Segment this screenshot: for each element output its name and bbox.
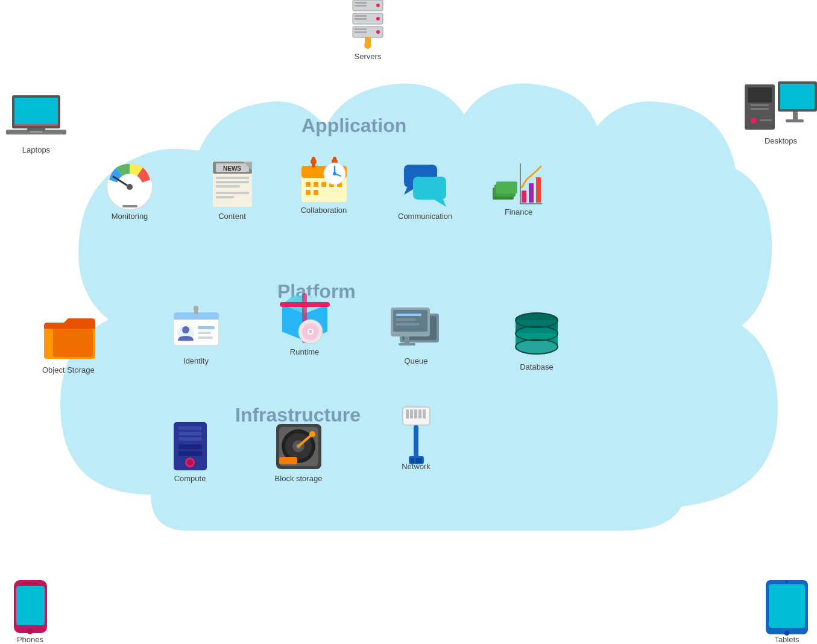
svg-rect-109 xyxy=(178,437,202,441)
svg-rect-25 xyxy=(751,104,769,106)
svg-rect-28 xyxy=(760,119,772,121)
phones-label: Phones xyxy=(17,635,43,644)
svg-rect-77 xyxy=(174,316,219,320)
svg-rect-3 xyxy=(355,5,367,7)
svg-rect-137 xyxy=(23,582,38,584)
svg-rect-139 xyxy=(769,584,805,628)
network-label: Network xyxy=(402,462,431,471)
tablets-item: Tablets xyxy=(763,583,811,644)
svg-rect-31 xyxy=(793,112,798,121)
network-icon xyxy=(392,410,440,458)
svg-rect-46 xyxy=(216,196,234,198)
svg-point-64 xyxy=(333,172,336,175)
finance-label: Finance xyxy=(505,207,532,216)
queue-item: Queue xyxy=(392,305,440,365)
svg-rect-12 xyxy=(355,28,367,30)
svg-rect-13 xyxy=(355,31,367,33)
monitoring-item: Monitoring xyxy=(106,160,154,221)
svg-rect-44 xyxy=(216,185,240,188)
object-storage-item: Object Storage xyxy=(42,314,95,374)
content-item: NEWS Content xyxy=(208,160,256,221)
svg-point-36 xyxy=(127,184,133,190)
monitoring-label: Monitoring xyxy=(112,212,148,221)
svg-rect-95 xyxy=(396,323,419,326)
runtime-label: Runtime xyxy=(290,347,319,356)
phones-item: Phones xyxy=(6,583,54,644)
svg-rect-82 xyxy=(198,326,215,329)
svg-point-9 xyxy=(376,17,380,21)
svg-point-136 xyxy=(27,628,33,634)
svg-rect-59 xyxy=(314,190,318,195)
svg-rect-8 xyxy=(355,18,367,20)
runtime-item: Runtime xyxy=(280,295,329,356)
svg-rect-107 xyxy=(178,426,202,430)
communication-item: Communication xyxy=(398,160,452,221)
svg-rect-53 xyxy=(306,182,311,187)
svg-rect-54 xyxy=(314,182,318,187)
collaboration-icon xyxy=(300,154,348,202)
svg-point-27 xyxy=(751,118,757,124)
svg-rect-84 xyxy=(198,336,213,339)
desktops-item: Desktops xyxy=(757,84,805,145)
collaboration-label: Collaboration xyxy=(301,206,347,215)
svg-rect-43 xyxy=(216,181,249,183)
svg-rect-51 xyxy=(312,157,315,168)
svg-rect-69 xyxy=(496,182,517,194)
svg-rect-93 xyxy=(396,314,421,316)
laptops-label: Laptops xyxy=(22,145,50,154)
svg-rect-45 xyxy=(216,192,249,194)
svg-rect-125 xyxy=(410,409,413,418)
svg-rect-128 xyxy=(423,409,426,418)
desktops-icon xyxy=(757,84,805,133)
servers-label: Servers xyxy=(355,52,382,61)
svg-point-81 xyxy=(182,326,189,333)
svg-point-88 xyxy=(309,330,312,333)
object-storage-icon xyxy=(44,314,92,362)
identity-item: Identity xyxy=(172,305,220,365)
svg-rect-24 xyxy=(748,87,772,103)
content-icon: NEWS xyxy=(208,160,256,208)
servers-item: Servers xyxy=(344,0,392,61)
laptops-item: Laptops xyxy=(12,93,60,154)
desktops-label: Desktops xyxy=(765,136,797,145)
block-storage-item: Block storage xyxy=(274,422,323,483)
svg-point-141 xyxy=(786,581,788,583)
svg-rect-37 xyxy=(122,205,137,207)
tablets-label: Tablets xyxy=(774,635,799,644)
servers-icon xyxy=(344,0,392,48)
communication-label: Communication xyxy=(398,212,452,221)
svg-rect-110 xyxy=(178,444,202,449)
svg-rect-83 xyxy=(198,332,211,334)
svg-rect-129 xyxy=(414,425,418,458)
queue-icon xyxy=(392,305,440,353)
svg-rect-122 xyxy=(279,457,297,464)
identity-label: Identity xyxy=(183,356,209,365)
svg-rect-22 xyxy=(14,124,58,126)
identity-icon xyxy=(172,305,220,353)
phones-icon xyxy=(6,583,54,631)
object-storage-label: Object Storage xyxy=(42,365,95,374)
finance-icon xyxy=(494,156,543,204)
database-label: Database xyxy=(520,362,554,371)
svg-rect-111 xyxy=(178,451,202,456)
laptops-icon xyxy=(12,93,60,142)
svg-rect-2 xyxy=(355,2,367,4)
database-icon xyxy=(513,311,561,359)
svg-point-121 xyxy=(309,431,315,437)
svg-rect-127 xyxy=(418,409,421,418)
svg-rect-55 xyxy=(321,182,326,187)
svg-text:NEWS: NEWS xyxy=(223,165,241,172)
svg-rect-124 xyxy=(406,409,409,418)
content-label: Content xyxy=(218,212,246,221)
svg-rect-7 xyxy=(355,15,367,17)
block-storage-label: Block storage xyxy=(275,474,323,483)
svg-rect-72 xyxy=(536,177,541,203)
compute-icon xyxy=(166,422,214,470)
svg-point-16 xyxy=(364,42,371,49)
database-item: Database xyxy=(513,311,561,371)
block-storage-icon xyxy=(274,422,323,470)
svg-rect-32 xyxy=(786,119,804,122)
svg-rect-26 xyxy=(751,108,769,110)
compute-label: Compute xyxy=(174,474,206,483)
svg-rect-18 xyxy=(14,98,58,126)
